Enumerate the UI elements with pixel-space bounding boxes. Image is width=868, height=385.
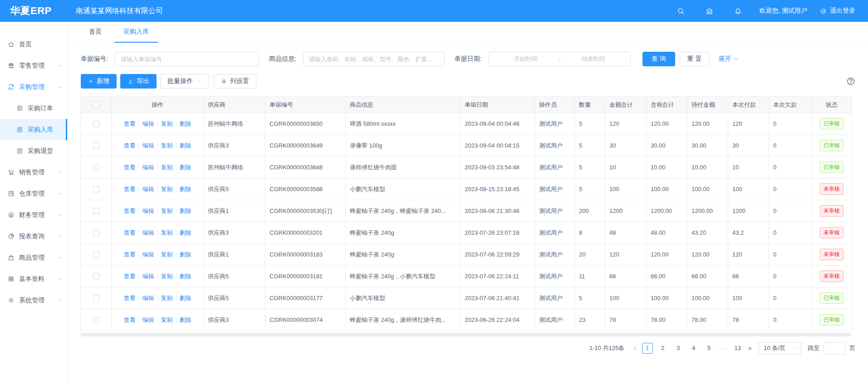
edit-link[interactable]: 编辑 <box>142 164 154 171</box>
total-tax-cell: 30.00 <box>647 135 687 157</box>
logout-button[interactable]: 退出登录 <box>820 7 855 15</box>
jump-page-input[interactable] <box>824 342 845 355</box>
horizontal-scrollbar[interactable] <box>80 333 852 336</box>
start-date-placeholder[interactable]: 开始时间 <box>494 55 558 63</box>
row-checkbox[interactable] <box>93 317 99 323</box>
sidebar-item-purchase-return[interactable]: 采购退货 <box>0 140 67 162</box>
sidebar-item-sales[interactable]: 销售管理 <box>0 162 67 183</box>
sidebar-item-basic-data[interactable]: 基本资料 <box>0 268 67 290</box>
delete-link[interactable]: 删除 <box>180 142 191 149</box>
add-button[interactable]: 新增 <box>81 74 117 89</box>
row-checkbox[interactable] <box>93 208 99 214</box>
row-checkbox[interactable] <box>93 143 99 149</box>
reset-button[interactable]: 重 置 <box>680 52 710 66</box>
sidebar-item-home[interactable]: 首页 <box>0 34 67 55</box>
row-checkbox[interactable] <box>93 295 99 301</box>
page-button-5[interactable]: 5 <box>704 343 715 354</box>
sidebar-item-purchase-in[interactable]: 采购入库 <box>0 119 67 140</box>
delete-link[interactable]: 删除 <box>180 186 191 192</box>
row-checkbox[interactable] <box>93 252 99 258</box>
row-checkbox[interactable] <box>93 121 99 127</box>
delete-link[interactable]: 删除 <box>180 251 191 258</box>
search-button[interactable]: 查 询 <box>642 52 675 66</box>
delete-link[interactable]: 删除 <box>180 316 191 323</box>
edit-link[interactable]: 编辑 <box>142 295 154 301</box>
copy-link[interactable]: 复制 <box>161 164 173 171</box>
sidebar-item-warehouse[interactable]: 仓库管理 <box>0 183 67 204</box>
export-button[interactable]: 导出 <box>120 74 157 89</box>
batch-actions-button[interactable]: 批量操作 <box>160 74 209 89</box>
delete-link[interactable]: 删除 <box>180 295 191 301</box>
link-separator <box>157 252 158 257</box>
bill-no-cell: CGRK00000003530[订] <box>265 200 346 222</box>
page-button-4[interactable]: 4 <box>688 343 699 354</box>
page-button-2[interactable]: 2 <box>657 343 668 354</box>
sidebar-item-reports[interactable]: 报表查询 <box>0 226 67 247</box>
page-button-3[interactable]: 3 <box>673 343 684 354</box>
edit-link[interactable]: 编辑 <box>142 142 154 149</box>
copy-link[interactable]: 复制 <box>161 207 173 214</box>
page-button-13[interactable]: 13 <box>732 343 743 354</box>
view-link[interactable]: 查看 <box>124 316 136 323</box>
sidebar-item-goods[interactable]: 商品管理 <box>0 247 67 268</box>
delete-link[interactable]: 删除 <box>180 273 191 280</box>
select-all-checkbox[interactable] <box>93 102 99 108</box>
delete-link[interactable]: 删除 <box>180 207 191 214</box>
view-link[interactable]: 查看 <box>124 120 136 127</box>
bill-no-input[interactable] <box>115 52 259 66</box>
edit-link[interactable]: 编辑 <box>142 316 154 323</box>
page-button-1[interactable]: 1 <box>642 343 653 354</box>
edit-link[interactable]: 编辑 <box>142 273 154 280</box>
row-checkbox[interactable] <box>93 186 99 192</box>
copy-link[interactable]: 复制 <box>161 251 173 258</box>
view-link[interactable]: 查看 <box>124 142 136 149</box>
edit-link[interactable]: 编辑 <box>142 120 154 127</box>
bell-icon[interactable] <box>734 7 742 15</box>
tab-home[interactable]: 首页 <box>80 22 111 43</box>
bank-icon[interactable] <box>706 7 713 15</box>
column-header: 金额合计 <box>605 97 647 113</box>
tab-purchase-in[interactable]: 采购入库 <box>114 22 158 43</box>
delete-link[interactable]: 删除 <box>180 164 191 171</box>
next-page-button[interactable]: > <box>748 345 752 352</box>
view-link[interactable]: 查看 <box>124 229 136 236</box>
total-tax-cell: 100.00 <box>647 178 687 200</box>
end-date-placeholder[interactable]: 结束时间 <box>561 55 626 63</box>
copy-link[interactable]: 复制 <box>161 186 173 192</box>
page-size-select[interactable]: 10 条/页 <box>759 342 801 355</box>
row-checkbox[interactable] <box>93 164 99 171</box>
view-link[interactable]: 查看 <box>124 186 136 192</box>
copy-link[interactable]: 复制 <box>161 295 173 301</box>
prev-page-button[interactable]: < <box>633 345 637 352</box>
edit-link[interactable]: 编辑 <box>142 186 154 192</box>
view-link[interactable]: 查看 <box>124 207 136 214</box>
edit-link[interactable]: 编辑 <box>142 251 154 258</box>
delete-link[interactable]: 删除 <box>180 229 191 236</box>
date-range-picker[interactable]: 开始时间 ~ 结束时间 <box>489 52 631 66</box>
copy-link[interactable]: 复制 <box>161 273 173 280</box>
row-checkbox[interactable] <box>93 230 99 236</box>
sidebar-item-system[interactable]: 系统管理 <box>0 290 67 311</box>
view-link[interactable]: 查看 <box>124 251 136 258</box>
search-icon[interactable] <box>677 7 685 15</box>
sidebar-item-finance[interactable]: 财务管理 <box>0 204 67 226</box>
edit-link[interactable]: 编辑 <box>142 207 154 214</box>
copy-link[interactable]: 复制 <box>161 316 173 323</box>
view-link[interactable]: 查看 <box>124 164 136 171</box>
copy-link[interactable]: 复制 <box>161 120 173 127</box>
view-link[interactable]: 查看 <box>124 273 136 280</box>
sidebar-item-purchase-order[interactable]: 采购订单 <box>0 98 67 119</box>
edit-link[interactable]: 编辑 <box>142 229 154 236</box>
copy-link[interactable]: 复制 <box>161 229 173 236</box>
delete-link[interactable]: 删除 <box>180 120 191 127</box>
sidebar-item-purchase[interactable]: 采购管理 <box>0 76 67 98</box>
column-settings-button[interactable]: 列设置 <box>214 74 256 89</box>
page-ellipsis[interactable]: ··· <box>719 345 728 352</box>
expand-toggle[interactable]: 展开 <box>718 55 739 63</box>
copy-link[interactable]: 复制 <box>161 142 173 149</box>
sidebar-item-retail[interactable]: 零售管理 <box>0 55 67 76</box>
help-icon[interactable] <box>846 77 855 86</box>
view-link[interactable]: 查看 <box>124 295 136 301</box>
row-checkbox[interactable] <box>93 273 99 280</box>
product-info-input[interactable] <box>303 52 445 66</box>
